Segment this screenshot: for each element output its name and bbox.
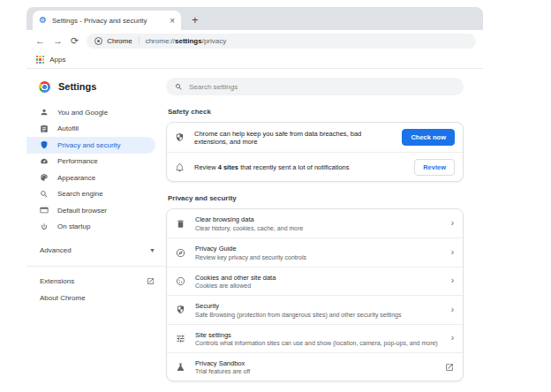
- settings-sidebar: Settings You and Google Autofill Privacy…: [26, 69, 166, 391]
- sidebar-item-label: On startup: [57, 222, 90, 230]
- speedometer-icon: [40, 157, 49, 166]
- cookie-icon: [176, 276, 185, 286]
- apps-shortcut[interactable]: Apps: [49, 56, 65, 64]
- row-title: Privacy Guide: [195, 245, 442, 253]
- privacy-guide-row[interactable]: Privacy Guide Review key privacy and sec…: [167, 237, 463, 266]
- extensions-label: Extensions: [40, 277, 74, 285]
- chevron-down-icon: ▼: [149, 247, 155, 253]
- safety-check-card: Chrome can help keep you safe from data …: [166, 122, 464, 182]
- settings-gear-favicon-icon: ⚙: [39, 16, 47, 25]
- settings-main: Safety check Chrome can help keep you sa…: [166, 69, 483, 391]
- sidebar-item-default-browser[interactable]: Default browser: [26, 202, 166, 219]
- privacy-security-card: Clear browsing data Clear history, cooki…: [166, 208, 464, 381]
- privacy-security-heading: Privacy and security: [168, 194, 464, 202]
- chevron-right-icon: ›: [451, 248, 454, 257]
- sidebar-divider: [26, 266, 166, 267]
- sidebar-item-about-chrome[interactable]: About Chrome: [26, 290, 166, 306]
- address-bar[interactable]: Chrome chrome://settings/privacy: [87, 34, 476, 49]
- clear-browsing-data-row[interactable]: Clear browsing data Clear history, cooki…: [167, 209, 463, 237]
- power-icon: [40, 222, 49, 231]
- external-link-icon: [147, 277, 155, 285]
- row-title: Site settings: [195, 331, 442, 339]
- sidebar-item-label: Privacy and security: [57, 141, 121, 149]
- search-input[interactable]: [189, 83, 455, 91]
- row-title: Clear browsing data: [195, 215, 442, 223]
- browser-toolbar: ← → ⟳ Chrome chrome://settings/privacy: [26, 30, 483, 51]
- row-title: Privacy Sandbox: [195, 359, 435, 367]
- sidebar-item-appearance[interactable]: Appearance: [26, 170, 166, 186]
- origin-label: Chrome: [107, 37, 132, 45]
- tune-sliders-icon: [176, 334, 185, 343]
- tab-close-icon[interactable]: ×: [170, 16, 175, 26]
- tab-title: Settings - Privacy and security: [52, 17, 164, 25]
- sidebar-item-label: Appearance: [57, 174, 95, 182]
- search-icon: [175, 83, 183, 91]
- sidebar-item-privacy-and-security[interactable]: Privacy and security: [26, 137, 155, 154]
- privacy-sandbox-row[interactable]: Privacy Sandbox Trial features are off: [167, 352, 463, 381]
- trash-icon: [176, 219, 185, 229]
- row-subtitle: Review key privacy and security controls: [195, 254, 442, 260]
- row-subtitle: Clear history, cookies, cache, and more: [195, 225, 442, 231]
- omnibox-divider: [139, 36, 140, 45]
- external-link-icon: [445, 363, 454, 372]
- reload-icon[interactable]: ⟳: [71, 36, 79, 46]
- flask-icon: [176, 362, 185, 372]
- site-settings-row[interactable]: Site settings Controls what information …: [167, 324, 463, 352]
- search-icon: [40, 190, 49, 199]
- check-now-button[interactable]: Check now: [402, 129, 455, 146]
- sidebar-item-extensions[interactable]: Extensions: [26, 274, 166, 290]
- advanced-label: Advanced: [40, 246, 72, 254]
- sidebar-item-label: Performance: [57, 157, 98, 165]
- person-icon: [40, 108, 49, 117]
- safety-check-text: Chrome can help keep you safe from data …: [194, 130, 392, 146]
- sidebar-item-performance[interactable]: Performance: [26, 154, 166, 170]
- security-shield-icon: [176, 305, 185, 314]
- browser-window: ⚙ Settings - Privacy and security × + ← …: [26, 7, 483, 392]
- new-tab-button[interactable]: +: [192, 14, 199, 26]
- cookies-row[interactable]: Cookies and other site data Cookies are …: [167, 267, 463, 295]
- sidebar-advanced-toggle[interactable]: Advanced ▼: [26, 242, 166, 259]
- forward-icon[interactable]: →: [53, 36, 63, 46]
- about-chrome-label: About Chrome: [40, 294, 86, 302]
- settings-page: Settings You and Google Autofill Privacy…: [26, 69, 483, 391]
- sidebar-item-you-and-google[interactable]: You and Google: [26, 104, 166, 121]
- safety-check-heading: Safety check: [168, 108, 464, 116]
- row-subtitle: Cookies are allowed: [195, 283, 442, 289]
- sidebar-item-label: Autofill: [57, 124, 79, 132]
- chrome-logo-icon: [39, 81, 50, 93]
- chevron-right-icon: ›: [451, 334, 454, 343]
- row-subtitle: Trial features are off: [195, 368, 435, 374]
- sidebar-item-on-startup[interactable]: On startup: [26, 219, 166, 236]
- url-text: chrome://settings/privacy: [146, 37, 227, 45]
- bell-icon: [175, 162, 185, 172]
- notifications-review-row[interactable]: Review 4 sites that recently sent a lot …: [167, 152, 463, 181]
- security-row[interactable]: Security Safe Browsing (protection from …: [167, 295, 463, 323]
- chrome-badge-icon: [94, 37, 102, 45]
- page-title: Settings: [58, 81, 96, 92]
- chevron-right-icon: ›: [451, 219, 454, 228]
- privacy-guide-icon: [176, 248, 185, 258]
- chevron-right-icon: ›: [451, 305, 454, 314]
- apps-grid-icon: [36, 56, 44, 64]
- sidebar-item-label: Search engine: [57, 190, 103, 198]
- row-subtitle: Controls what information sites can use …: [195, 340, 442, 346]
- back-icon[interactable]: ←: [35, 36, 45, 46]
- clipboard-icon: [40, 124, 49, 133]
- sidebar-item-search-engine[interactable]: Search engine: [26, 186, 166, 203]
- chevron-right-icon: ›: [451, 276, 454, 285]
- tab-strip: ⚙ Settings - Privacy and security × +: [26, 7, 483, 30]
- review-button[interactable]: Review: [414, 159, 455, 176]
- row-title: Cookies and other site data: [195, 274, 442, 282]
- tab-settings[interactable]: ⚙ Settings - Privacy and security ×: [33, 11, 181, 30]
- browser-window-icon: [40, 206, 49, 215]
- notifications-review-text: Review 4 sites that recently sent a lot …: [194, 163, 404, 171]
- settings-header: Settings: [26, 76, 166, 97]
- safety-check-row[interactable]: Chrome can help keep you safe from data …: [167, 123, 463, 152]
- palette-icon: [40, 173, 49, 182]
- shield-icon: [40, 140, 49, 149]
- sidebar-item-label: Default browser: [57, 207, 107, 215]
- sidebar-item-autofill[interactable]: Autofill: [26, 121, 166, 138]
- sidebar-item-label: You and Google: [57, 109, 108, 117]
- settings-search[interactable]: [166, 78, 464, 95]
- shield-icon: [175, 132, 185, 142]
